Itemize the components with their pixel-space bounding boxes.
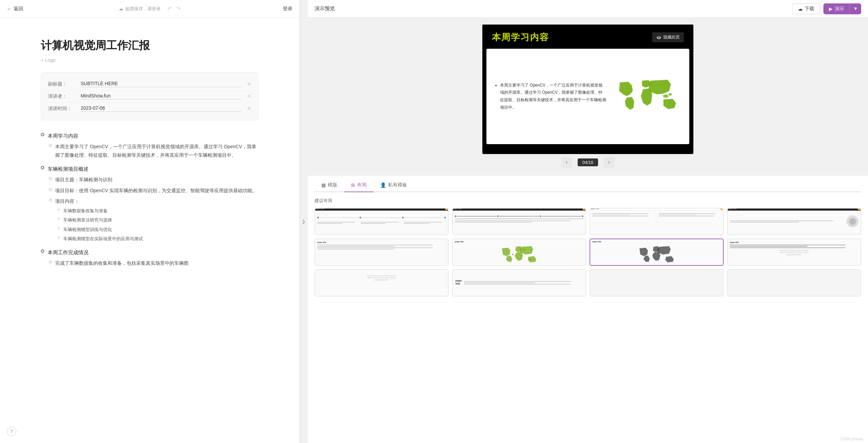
logo-hint[interactable]: + Logo [41, 57, 258, 63]
subtitle-value[interactable]: SUBTITLE HERE [81, 81, 241, 87]
editor-content: 计算机视觉周工作汇报 + Logo 副标题： SUBTITLE HERE ✕ 演… [0, 18, 299, 443]
outline-h3-1[interactable]: 车辆数据集收集与准备 [41, 207, 258, 215]
login-button[interactable]: 登录 [283, 6, 292, 12]
preview-header: 演示预览 ☁ 下载 ▶ 演示 ▼ [308, 0, 868, 18]
page-indicator: 04/16 [578, 158, 598, 166]
layout-card-11[interactable] [590, 269, 724, 296]
bullet-h1-3 [41, 249, 44, 253]
present-dropdown-button[interactable]: ▼ [850, 3, 861, 14]
template-icon: ▦ [321, 182, 326, 188]
layout-card-9[interactable]: MindShow.fun automatically generatesslid… [315, 269, 449, 296]
help-icon: ? [10, 429, 13, 434]
outline-h1-2[interactable]: 车辆检测项目概述 [41, 164, 258, 173]
slide-content-text: 本周主要学习了 OpenCV，一个广泛应用于计算机视觉领域的开源库。通过学习 O… [495, 82, 606, 111]
speaker-value[interactable]: MindShow.fun [81, 93, 241, 100]
outline-h2-1-1[interactable]: 本周主要学习了 OpenCV，一个广泛应用于计算机视觉领域的开源库。通过学习 O… [41, 142, 258, 159]
layout-grid-row3: MindShow.fun automatically generatesslid… [315, 269, 861, 296]
cloud-download-icon: ☁ [798, 6, 803, 12]
bullet-h3-4 [58, 236, 60, 239]
slide-container: 本周学习内容 👁️ 隐藏此页 本周主要学习了 OpenCV，一个广泛应用于计算机… [482, 25, 693, 154]
preview-title: 演示预览 [315, 5, 335, 12]
outline-h3-2[interactable]: 车辆检测算法研究与选择 [41, 216, 258, 224]
slide-wrapper: 本周学习内容 👁️ 隐藏此页 本周主要学习了 OpenCV，一个广泛应用于计算机… [482, 25, 693, 169]
svg-point-2 [512, 254, 514, 255]
outline-content: 本周学习内容 本周主要学习了 OpenCV，一个广泛应用于计算机视觉领域的开源库… [41, 131, 258, 268]
layout-card-2[interactable]: page title [452, 208, 586, 235]
editor-panel: ← 返回 ☁ 如需保存，请登录 ↶ ↷ 登录 计算机视觉周工作汇报 + Logo… [0, 0, 300, 443]
speaker-row: 演讲者： MindShow.fun ✕ [48, 90, 251, 103]
copyright: CSDN @Getw... [841, 437, 865, 441]
slide-title: 本周学习内容 [492, 31, 549, 43]
outline-h2-3-1[interactable]: 完成了车辆数据集的收集和准备，包括采集真实场景中的车辆图 [41, 259, 258, 268]
undo-redo-group: ↶ ↷ [167, 5, 180, 12]
tab-layout[interactable]: ⊞ 布局 [344, 179, 373, 192]
slide-navigation: ‹ 04/16 › [482, 154, 693, 169]
outline-h2-2-2[interactable]: 项目目标：使用 OpenCV 实现车辆的检测与识别，为交通监控、智能驾驶等应用提… [41, 186, 258, 195]
bullet-h2-1 [49, 144, 52, 147]
layout-card-6[interactable]: page title [452, 239, 586, 266]
meta-box: 副标题： SUBTITLE HERE ✕ 演讲者： MindShow.fun ✕… [41, 72, 258, 120]
preview-actions: ☁ 下载 ▶ 演示 ▼ [792, 3, 861, 14]
bullet-h2-2-2 [49, 188, 52, 191]
outline-h3-3[interactable]: 车辆检测模型训练与优化 [41, 226, 258, 233]
outline-h2-2-3[interactable]: 项目内容： [41, 197, 258, 205]
bullet-h2-3-1 [49, 261, 52, 263]
redo-button[interactable]: ↷ [176, 5, 180, 12]
layout-card-1[interactable]: page title [315, 208, 449, 235]
speaker-close-icon[interactable]: ✕ [247, 93, 251, 100]
tab-template[interactable]: ▦ 模版 [315, 179, 344, 192]
outline-h2-2-1[interactable]: 项目主题：车辆检测与识别 [41, 175, 258, 184]
present-button[interactable]: ▶ 演示 [823, 3, 850, 14]
outline-h1-3[interactable]: 本周工作完成情况 [41, 248, 258, 257]
layout-panel: ▦ 模版 ⊞ 布局 👤 私有模板 建议布局 page title [308, 176, 868, 443]
slide-preview-area: 本周学习内容 👁️ 隐藏此页 本周主要学习了 OpenCV，一个广泛应用于计算机… [308, 18, 868, 176]
svg-point-1 [669, 93, 672, 96]
next-slide-button[interactable]: › [604, 157, 614, 168]
help-button[interactable]: ? [7, 427, 16, 436]
bullet-h3-2 [58, 218, 60, 220]
bullet-h3-3 [58, 227, 60, 229]
svg-point-3 [523, 249, 525, 251]
present-button-group: ▶ 演示 ▼ [823, 3, 861, 14]
eye-off-icon: 👁️ [656, 35, 661, 40]
date-label: 演讲时间： [48, 106, 75, 112]
layout-card-5[interactable]: page title [315, 239, 449, 266]
layout-card-4[interactable]: page title [727, 208, 861, 235]
layout-card-12[interactable] [727, 269, 861, 296]
undo-button[interactable]: ↶ [167, 5, 172, 12]
prev-slide-button[interactable]: ‹ [561, 157, 572, 168]
svg-point-4 [529, 259, 531, 260]
date-close-icon[interactable]: ✕ [247, 105, 251, 112]
outline-h1-1[interactable]: 本周学习内容 [41, 131, 258, 140]
collapse-panel-button[interactable]: ❯ [300, 0, 308, 443]
subtitle-close-icon[interactable]: ✕ [247, 81, 251, 87]
date-value[interactable]: 2023-07-06 [81, 105, 241, 112]
download-button[interactable]: ☁ 下载 [792, 3, 820, 14]
subtitle-label: 副标题： [48, 81, 75, 87]
slide-title-bar: 本周学习内容 👁️ 隐藏此页 [482, 25, 693, 49]
speaker-label: 演讲者： [48, 93, 75, 100]
layout-icon: ⊞ [351, 182, 355, 188]
tab-private[interactable]: 👤 私有模板 [373, 179, 414, 192]
back-button[interactable]: ← 返回 [7, 6, 23, 12]
layout-card-8[interactable]: page title MindShow.fun automatically ge… [727, 239, 861, 266]
svg-point-0 [663, 94, 669, 98]
bullet-h1-2 [41, 166, 44, 169]
layout-grid-row1: page title page t [315, 208, 861, 235]
bullet-h2-2-1 [49, 177, 52, 180]
outline-h3-4[interactable]: 车辆检测模型在实际场景中的应用与测试 [41, 235, 258, 243]
present-icon: ▶ [829, 6, 833, 12]
hide-page-button[interactable]: 👁️ 隐藏此页 [652, 32, 684, 42]
layout-card-10[interactable]: pagetitle [452, 269, 586, 296]
date-row: 演讲时间： 2023-07-06 ✕ [48, 103, 251, 114]
layout-card-7[interactable]: page title [590, 239, 724, 266]
slide-map [613, 76, 681, 118]
layout-card-3[interactable]: page title [590, 208, 724, 235]
editor-toolbar: ← 返回 ☁ 如需保存，请登录 ↶ ↷ 登录 [0, 0, 299, 18]
back-label: 返回 [14, 6, 23, 12]
layout-grid-row2: page title page title [315, 239, 861, 266]
private-icon: 👤 [380, 182, 386, 188]
document-title[interactable]: 计算机视觉周工作汇报 [41, 38, 258, 53]
cloud-icon: ☁ [119, 6, 123, 11]
layout-tabs: ▦ 模版 ⊞ 布局 👤 私有模板 [315, 176, 861, 192]
